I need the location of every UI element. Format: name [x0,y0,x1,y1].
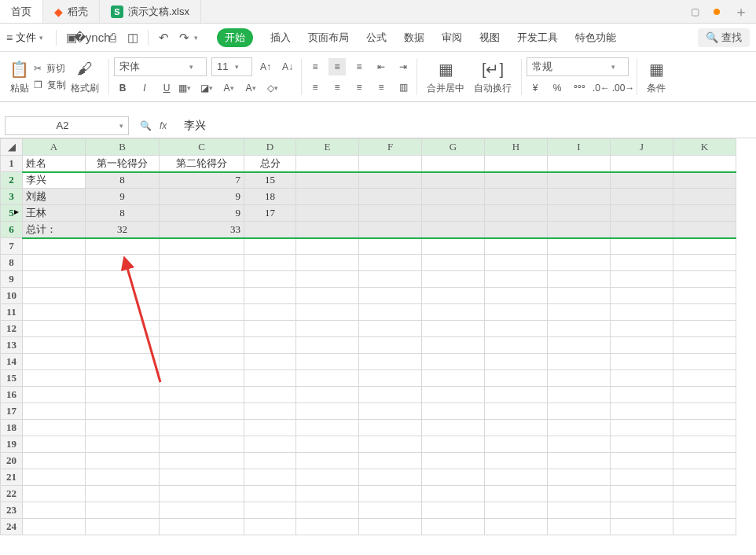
align-justify-icon[interactable]: ≡ [372,79,390,96]
fx-icon[interactable]: fx [160,120,167,131]
indent-increase-icon[interactable]: ⇥ [395,58,412,75]
cell[interactable]: 15 [244,172,296,189]
merge-split-icon[interactable]: ▥ [395,79,412,96]
bold-button[interactable]: B [114,79,131,97]
col-header[interactable]: F [359,139,422,156]
row-header[interactable]: 2 [1,172,23,189]
row-header[interactable]: 21 [1,469,23,486]
redo-icon[interactable]: ↷ [176,30,192,46]
row-header[interactable]: 22 [1,486,23,502]
percent-icon[interactable]: % [549,79,566,97]
font-size-select[interactable]: 11▾ [211,57,252,76]
align-right-icon[interactable]: ≡ [350,79,368,96]
row-header[interactable]: 10 [1,288,23,304]
row-header[interactable]: 15 [1,370,23,387]
row-header[interactable]: 3 [1,189,23,205]
col-header[interactable]: G [422,139,485,156]
row-header[interactable]: 16 [1,387,23,403]
paste-button[interactable]: 📋 粘贴 [5,52,34,101]
search-box[interactable]: 🔍 查找 [698,28,750,47]
decrease-decimal-icon[interactable]: .00→ [615,79,632,97]
ribbon-tab-layout[interactable]: 页面布局 [308,31,349,45]
cell[interactable]: 9 [86,189,160,205]
currency-icon[interactable]: ¥ [527,79,544,97]
ribbon-tab-formula[interactable]: 公式 [366,31,387,45]
copy-button[interactable]: 复制 [47,79,66,92]
cell[interactable]: 总分 [244,156,296,172]
undo-icon[interactable]: ↶ [156,30,171,46]
column-headers[interactable]: ◢ A B C D E F G H I J K [1,139,736,156]
formula-input[interactable]: 李兴 [178,119,751,133]
tab-daoke[interactable]: ◆稻壳 [43,0,100,23]
file-menu[interactable]: 文件 [16,31,36,45]
cell[interactable]: 刘越 [23,189,86,205]
decrease-font-icon[interactable]: A↓ [279,58,296,75]
chevron-down-icon[interactable]: ▾ [194,34,198,42]
align-middle-icon[interactable]: ≡ [328,58,346,75]
row-header[interactable]: 14 [1,354,23,370]
ribbon-tab-special[interactable]: 特色功能 [575,31,616,45]
cell[interactable]: 8 [86,205,160,222]
tab-home[interactable]: 首页 [0,0,43,23]
cell[interactable]: 18 [244,189,296,205]
cell[interactable]: 32 [86,222,160,238]
wrap-text-button[interactable]: [↵] 自动换行 [469,52,516,101]
align-bottom-icon[interactable]: ≡ [350,58,368,75]
screen-icon[interactable]: ▢ [691,6,699,17]
format-painter-button[interactable]: 🖌 格式刷 [66,52,104,101]
name-box[interactable]: A2 ▾ [5,116,129,135]
ribbon-tab-view[interactable]: 视图 [479,31,500,45]
col-header[interactable]: E [296,139,359,156]
cell[interactable]: 33 [160,222,244,238]
align-top-icon[interactable]: ≡ [306,58,324,75]
number-format-select[interactable]: 常规▾ [527,57,629,76]
hamburger-icon[interactable]: ≡ [6,31,13,44]
row-header[interactable]: 5 [1,205,23,222]
clear-format-button[interactable]: ◇▾ [268,79,285,97]
row-header[interactable]: 6 [1,222,23,238]
cell[interactable]: 姓名 [23,156,86,172]
cell[interactable]: 7 [160,172,244,189]
font-name-select[interactable]: 宋体▾ [114,57,207,76]
print-icon[interactable]: ⎙ [105,30,120,46]
col-header[interactable]: C [160,139,244,156]
col-header[interactable]: A [23,139,86,156]
align-center-icon[interactable]: ≡ [328,79,346,96]
row-header[interactable]: 24 [1,519,23,535]
cell[interactable]: 8 [86,172,160,189]
increase-decimal-icon[interactable]: .0← [593,79,610,97]
row-header[interactable]: 8 [1,255,23,271]
save-as-icon[interactable]: �ynch [84,30,100,46]
cell[interactable] [244,222,296,238]
highlight-button[interactable]: A▾ [224,79,241,97]
preview-icon[interactable]: ◫ [125,30,141,46]
col-header[interactable]: B [86,139,160,156]
cell[interactable]: 第一轮得分 [86,156,160,172]
cell[interactable]: 总计： [23,222,86,238]
conditional-format-button[interactable]: ▦ 条件 [642,52,670,101]
indent-decrease-icon[interactable]: ⇤ [372,58,390,75]
fill-shape-button[interactable]: ◪▾ [202,79,219,97]
cell[interactable]: 王林 [23,205,86,222]
font-color-button[interactable]: A▾ [246,79,263,97]
underline-button[interactable]: U [158,79,175,97]
spreadsheet-grid[interactable]: ◢ A B C D E F G H I J K 1姓名第一轮得分第二轮得分总分2… [0,138,756,535]
ribbon-tab-dev[interactable]: 开发工具 [517,31,558,45]
cut-button[interactable]: 剪切 [46,62,65,75]
col-header[interactable]: I [548,139,611,156]
row-header[interactable]: 20 [1,453,23,469]
cell[interactable]: 李兴 [23,172,86,189]
tab-document[interactable]: S演示文稿.xlsx [100,0,201,23]
ribbon-tab-review[interactable]: 审阅 [442,31,462,45]
col-header[interactable]: H [485,139,548,156]
row-header[interactable]: 23 [1,502,23,519]
col-header[interactable]: K [673,139,736,156]
thousands-icon[interactable]: ᵒᵒᵒ [571,79,588,97]
chevron-down-icon[interactable]: ▾ [39,34,43,42]
ribbon-tab-start[interactable]: 开始 [217,28,253,47]
row-header[interactable]: 19 [1,436,23,453]
border-button[interactable]: ▦▾ [180,79,197,97]
row-header[interactable]: 9 [1,271,23,288]
select-all-corner[interactable]: ◢ [1,139,23,156]
row-header[interactable]: 12 [1,321,23,337]
